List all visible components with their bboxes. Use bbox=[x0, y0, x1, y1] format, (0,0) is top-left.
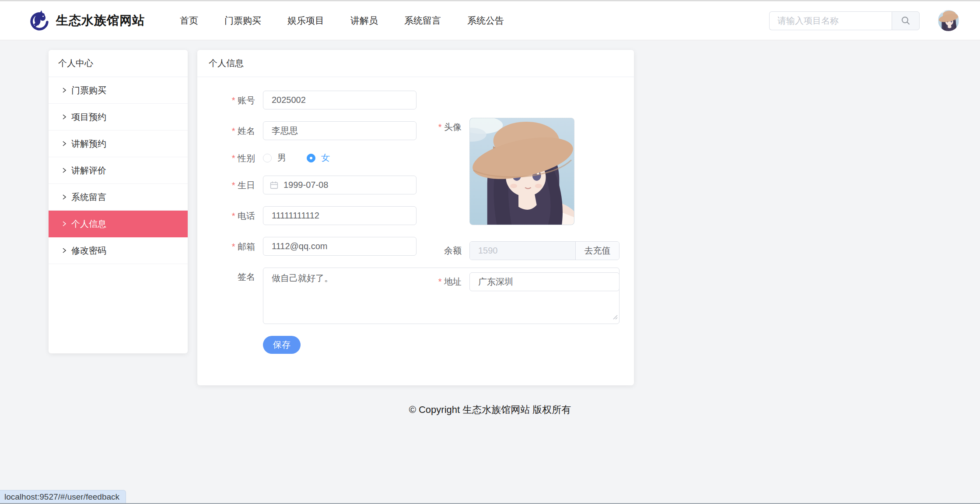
sidebar-title: 个人中心 bbox=[49, 50, 188, 77]
user-avatar-large bbox=[470, 118, 574, 225]
gender-label: 性别 bbox=[197, 153, 263, 163]
sidebar-item-label: 系统留言 bbox=[71, 191, 106, 203]
nav-item-entertainment[interactable]: 娱乐项目 bbox=[287, 14, 324, 27]
user-center-sidebar: 个人中心 门票购买 项目预约 讲解预约 讲解评价 系统留言 个人信息 修改密码 bbox=[49, 50, 188, 353]
balance-row: 余额 去充值 bbox=[426, 241, 620, 260]
user-avatar-small[interactable] bbox=[938, 10, 959, 31]
account-label: 账号 bbox=[197, 95, 263, 106]
nav-item-tickets[interactable]: 门票购买 bbox=[224, 14, 261, 27]
sidebar-item-system-messages[interactable]: 系统留言 bbox=[49, 184, 188, 211]
sidebar-item-ticket-purchase[interactable]: 门票购买 bbox=[49, 77, 188, 104]
sidebar-item-guide-review[interactable]: 讲解评价 bbox=[49, 157, 188, 184]
radio-circle-icon bbox=[263, 154, 272, 162]
balance-label: 余额 bbox=[426, 245, 469, 257]
chevron-right-icon bbox=[62, 140, 67, 147]
chevron-right-icon bbox=[62, 113, 67, 120]
project-search bbox=[769, 11, 920, 30]
site-title: 生态水族馆网站 bbox=[56, 12, 145, 29]
gender-radio-male[interactable]: 男 bbox=[263, 152, 286, 164]
magnifier-icon bbox=[901, 16, 910, 25]
sidebar-item-project-booking[interactable]: 项目预约 bbox=[49, 104, 188, 130]
chevron-right-icon bbox=[62, 220, 67, 227]
birthday-label: 生日 bbox=[197, 180, 263, 190]
birthday-picker bbox=[263, 176, 416, 194]
account-row: 账号 bbox=[197, 91, 634, 109]
address-label: 地址 bbox=[426, 276, 469, 288]
nav-item-announcements[interactable]: 系统公告 bbox=[467, 14, 504, 27]
sidebar-item-label: 讲解预约 bbox=[71, 138, 106, 150]
sidebar-item-guide-booking[interactable]: 讲解预约 bbox=[49, 130, 188, 157]
address-input[interactable] bbox=[469, 272, 620, 291]
calendar-icon bbox=[270, 180, 279, 190]
nav-item-guides[interactable]: 讲解员 bbox=[350, 14, 378, 27]
avatar-label: 头像 bbox=[426, 118, 469, 133]
radio-circle-icon bbox=[307, 154, 315, 162]
signature-label: 签名 bbox=[197, 268, 263, 282]
balance-group: 去充值 bbox=[469, 241, 620, 260]
sidebar-item-label: 个人信息 bbox=[71, 218, 106, 230]
chevron-right-icon bbox=[62, 87, 67, 94]
main-nav: 首页 门票购买 娱乐项目 讲解员 系统留言 系统公告 bbox=[180, 14, 504, 27]
copyright-footer: © Copyright 生态水族馆网站 版权所有 bbox=[0, 403, 980, 416]
browser-status-bar: localhost:9527/#/user/feedback bbox=[0, 490, 126, 503]
phone-label: 电话 bbox=[197, 211, 263, 221]
chevron-right-icon bbox=[62, 247, 67, 254]
phone-input[interactable] bbox=[263, 206, 416, 225]
name-input[interactable] bbox=[263, 121, 416, 140]
chevron-right-icon bbox=[62, 194, 67, 201]
profile-form: 账号 姓名 性别 男 女 生日 bbox=[197, 77, 634, 354]
birthday-input[interactable] bbox=[263, 176, 416, 194]
sidebar-item-label: 修改密码 bbox=[71, 245, 106, 257]
account-input[interactable] bbox=[263, 91, 416, 109]
personal-info-panel: 个人信息 账号 姓名 性别 男 女 生日 bbox=[197, 50, 634, 385]
name-label: 姓名 bbox=[197, 126, 263, 136]
search-input[interactable] bbox=[769, 11, 892, 30]
sidebar-item-label: 讲解评价 bbox=[71, 165, 106, 176]
brand-logo[interactable]: 生态水族馆网站 bbox=[28, 8, 145, 33]
dolphin-logo-icon bbox=[28, 8, 51, 33]
nav-item-messages[interactable]: 系统留言 bbox=[404, 14, 441, 27]
form-right-column: 头像 余额 去充值 地址 bbox=[426, 118, 620, 291]
sidebar-item-label: 门票购买 bbox=[71, 85, 106, 96]
sidebar-item-personal-info[interactable]: 个人信息 bbox=[49, 211, 188, 237]
gender-radio-female[interactable]: 女 bbox=[307, 152, 330, 164]
recharge-button[interactable]: 去充值 bbox=[575, 242, 619, 260]
top-navbar: 生态水族馆网站 首页 门票购买 娱乐项目 讲解员 系统留言 系统公告 bbox=[0, 1, 980, 40]
sidebar-item-label: 项目预约 bbox=[71, 111, 106, 123]
gender-option-male: 男 bbox=[277, 152, 286, 164]
address-row: 地址 bbox=[426, 272, 620, 291]
avatar-upload[interactable] bbox=[469, 118, 574, 225]
panel-title: 个人信息 bbox=[197, 50, 634, 77]
avatar-row: 头像 bbox=[426, 118, 620, 225]
sidebar-item-change-password[interactable]: 修改密码 bbox=[49, 237, 188, 264]
chevron-right-icon bbox=[62, 167, 67, 174]
email-input[interactable] bbox=[263, 237, 416, 256]
save-button[interactable]: 保存 bbox=[263, 336, 301, 354]
balance-input bbox=[470, 242, 575, 260]
gender-option-female: 女 bbox=[321, 152, 330, 164]
nav-item-home[interactable]: 首页 bbox=[180, 14, 198, 27]
search-button[interactable] bbox=[892, 11, 920, 30]
email-label: 邮箱 bbox=[197, 241, 263, 252]
